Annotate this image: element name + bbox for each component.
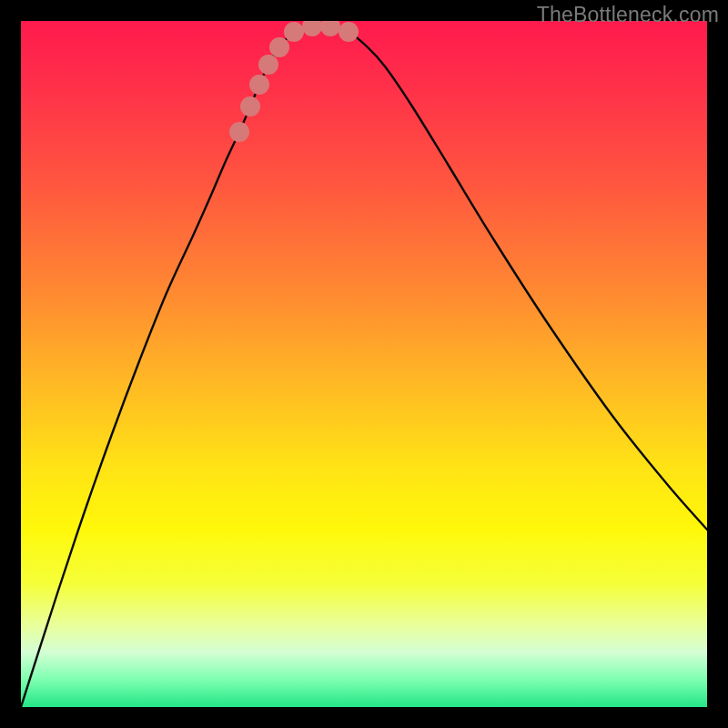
highlight-point [284, 22, 304, 42]
highlight-point [258, 55, 278, 75]
watermark-text: TheBottleneck.com [537, 3, 719, 27]
highlight-point [339, 22, 359, 42]
chart-background [21, 21, 707, 707]
highlight-point [269, 37, 289, 57]
plot-area [21, 21, 707, 707]
chart-frame: TheBottleneck.com [0, 0, 728, 728]
highlight-point [229, 122, 249, 142]
highlight-point [249, 75, 269, 95]
highlight-point [240, 96, 260, 116]
chart-svg [21, 21, 707, 707]
